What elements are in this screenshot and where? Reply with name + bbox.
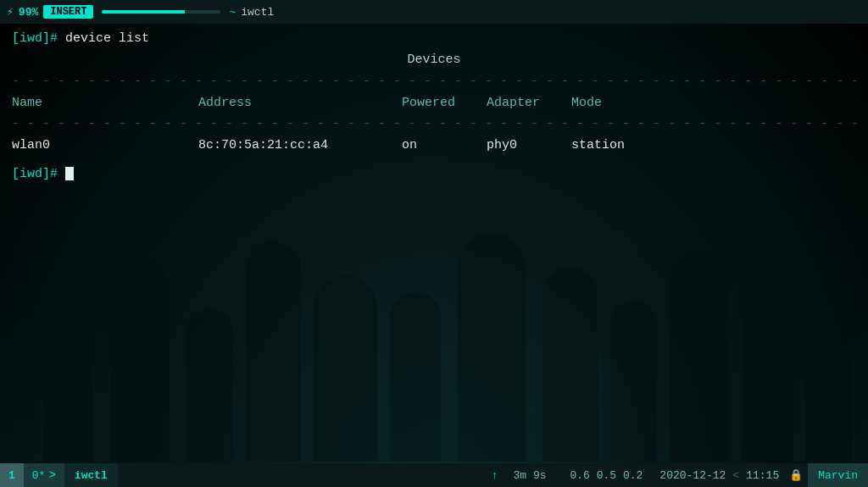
command-text: device list [65, 31, 149, 46]
cursor [65, 167, 74, 180]
bb-date: 2020-12-12 [654, 469, 731, 482]
bb-load: 0.6 0.5 0.2 [559, 469, 655, 482]
bb-username: Marvin [808, 463, 868, 487]
cell-mode: station [571, 136, 673, 155]
top-bar-title: iwctl [241, 6, 274, 19]
bb-window-number: 1 [0, 463, 24, 487]
battery-percent: 99% [19, 6, 38, 19]
bb-time: 11:15 [741, 469, 784, 482]
insert-mode-badge: INSERT [43, 5, 93, 19]
command-line-1: [iwd]# device list [12, 29, 856, 48]
command-line-2[interactable]: [iwd]# [12, 164, 856, 184]
cell-address: 8c:70:5a:21:cc:a4 [198, 136, 402, 155]
top-statusbar: ⚡ 99% INSERT ~ iwctl [0, 0, 868, 24]
prompt-1: [iwd]# [12, 31, 58, 46]
bb-arrow-icon: > [48, 468, 55, 482]
bb-pane-title: iwctl [64, 463, 118, 487]
cell-name-wlan0: wlan0 [12, 136, 198, 155]
col-header-name: Name [12, 93, 198, 113]
table-row: wlan0 8c:70:5a:21:cc:a4 on phy0 station [12, 134, 856, 157]
bb-angle-left-icon: < [731, 469, 741, 482]
terminal-content[interactable]: [iwd]# device list Devices - - - - - - -… [0, 24, 868, 463]
cell-powered: on [402, 136, 487, 155]
cwd-tilde: ~ [229, 6, 236, 19]
bottom-statusbar: 1 0* > iwctl ↑ 3m 9s 0.6 0.5 0.2 2020-12… [0, 463, 868, 487]
prompt-2: [iwd]# [12, 167, 58, 181]
cell-adapter: phy0 [487, 136, 571, 155]
terminal-window: ⚡ 99% INSERT ~ iwctl [iwd]# device list … [0, 0, 868, 487]
bb-lock-icon: 🔒 [784, 468, 808, 482]
col-header-adapter: Adapter [487, 93, 571, 113]
bb-branch: 0* > [24, 463, 64, 487]
col-header-mode: Mode [571, 93, 673, 113]
bb-up-arrow-icon: ↑ [488, 469, 502, 482]
col-header-address: Address [198, 93, 402, 113]
dashed-line-mid: - - - - - - - - - - - - - - - - - - - - … [12, 114, 856, 134]
battery-icon: ⚡ [7, 5, 14, 19]
dashed-line-top: - - - - - - - - - - - - - - - - - - - - … [12, 72, 856, 91]
section-title: Devices [12, 48, 856, 71]
col-header-powered: Powered [402, 93, 487, 113]
table-header: Name Address Powered Adapter Mode [12, 91, 856, 114]
bb-elapsed: 3m 9s [502, 469, 559, 482]
bb-branch-star: 0* [32, 469, 46, 482]
